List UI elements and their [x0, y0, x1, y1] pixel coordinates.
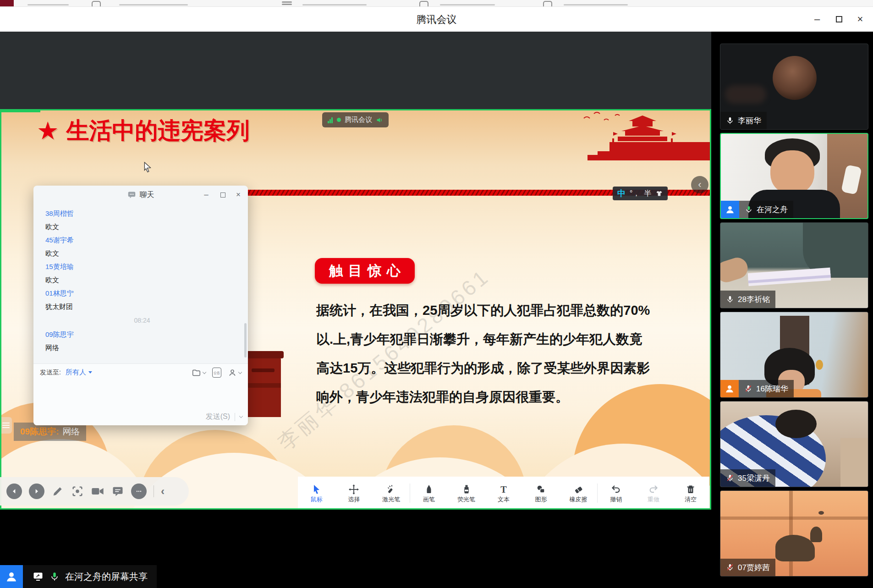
slide-badge: 触目惊心 — [315, 258, 415, 284]
video-furniture — [840, 438, 868, 487]
tab-fragment-text — [440, 4, 495, 5]
tab-fragment-icon — [543, 1, 552, 6]
mic-active-icon — [49, 571, 60, 582]
presentation-top-band — [0, 32, 715, 109]
browser-tabs-strip — [0, 0, 873, 7]
chat-message: 欧文 — [45, 247, 239, 260]
screen-share-status-bar: 在河之舟的屏幕共享 — [0, 565, 157, 588]
tab-fragment-icon — [282, 4, 292, 5]
participant-tile[interactable]: 28李祈铭 — [720, 222, 868, 308]
participant-tile[interactable]: 李丽华 — [720, 44, 868, 130]
play-button[interactable] — [29, 484, 44, 499]
tool-pen[interactable]: 画笔 — [410, 477, 447, 510]
tool-clear[interactable]: 清空 — [672, 477, 709, 510]
caption-handle-icon[interactable] — [0, 417, 12, 434]
tab-fragment-text — [564, 4, 628, 5]
chat-close-button[interactable]: × — [231, 188, 245, 201]
folder-icon — [192, 368, 201, 377]
panel-collapse-button[interactable]: ‹ — [691, 176, 708, 193]
chat-sender: 15黄培瑜 — [45, 260, 239, 273]
sharer-badge — [0, 565, 23, 588]
mic-muted-icon — [726, 473, 734, 483]
tool-eraser[interactable]: 橡皮擦 — [560, 477, 597, 510]
tool-select[interactable]: 选择 — [335, 477, 372, 510]
tool-highlighter[interactable]: 荧光笔 — [448, 477, 485, 510]
video-sticker — [816, 360, 823, 370]
chat-message-list[interactable]: 38周楷哲 欧文 45谢宇希 欧文 15黄培瑜 欧文 01林思宁 犹太财团 08… — [45, 207, 239, 354]
window-frame — [720, 517, 868, 520]
participant-name: 16陈瑞华 — [756, 384, 788, 394]
ime-status-bar[interactable]: 中 °， 半 — [613, 187, 668, 200]
paragraph-line: 据统计，在我国，25周岁以下的人犯罪占犯罪总数的70% — [316, 296, 632, 325]
divider — [235, 413, 235, 421]
capture-focus-button[interactable] — [71, 485, 84, 498]
send-options-chevron-icon[interactable] — [239, 414, 243, 418]
speaker-icon — [376, 116, 383, 124]
chat-button[interactable] — [111, 485, 124, 498]
tab-fragment-icon — [419, 1, 428, 6]
camera-button[interactable] — [91, 485, 104, 498]
tool-undo[interactable]: 撤销 — [598, 477, 635, 510]
ime-skin-shirt-icon[interactable] — [655, 190, 663, 198]
participant-tile[interactable]: 在河之舟 — [720, 133, 868, 219]
ime-punctuation-mode[interactable]: °， — [630, 189, 640, 198]
tool-text[interactable]: T 文本 — [485, 477, 522, 510]
chevron-down-icon — [203, 370, 206, 374]
screenshot-menu-button[interactable] — [192, 368, 206, 377]
close-button[interactable]: × — [850, 7, 870, 32]
annotate-pencil-button[interactable] — [51, 485, 64, 498]
chat-minimize-button[interactable]: – — [199, 188, 213, 201]
collapse-toolbar-button[interactable]: ‹ — [161, 485, 165, 498]
chat-title: 聊天 — [140, 190, 154, 200]
more-button[interactable] — [131, 484, 147, 499]
tool-redo[interactable]: 重做 — [635, 477, 672, 510]
chat-scrollbar[interactable] — [244, 323, 247, 357]
share-status-text: 在河之舟的屏幕共享 — [65, 571, 148, 583]
chat-maximize-button[interactable] — [216, 188, 230, 201]
tool-laser[interactable]: 激光笔 — [373, 477, 410, 510]
tool-shapes[interactable]: 图形 — [522, 477, 560, 510]
shapes-icon — [535, 484, 546, 495]
tiananmen-decoration — [574, 109, 711, 160]
chat-message: 欧文 — [45, 220, 239, 233]
chat-compose-area[interactable]: 发送至: 所有人 公告 — [33, 363, 248, 425]
participant-name-chip: 16陈瑞华 — [739, 380, 794, 397]
chat-sender: 09陈思宇 — [45, 328, 239, 341]
mic-on-icon — [726, 295, 734, 304]
mention-member-button[interactable] — [228, 368, 242, 377]
tool-mouse[interactable]: 鼠标 — [298, 477, 335, 510]
mic-muted-icon — [744, 384, 752, 393]
ime-width-mode[interactable]: 半 — [644, 189, 651, 198]
mic-on-icon — [726, 116, 734, 125]
chat-message: 网络 — [45, 341, 239, 354]
send-to-selector[interactable]: 所有人 — [66, 368, 92, 377]
send-button[interactable]: 发送(S) — [206, 412, 230, 422]
recording-dot-icon — [337, 118, 341, 122]
participant-tile[interactable]: 35梁潇丹 — [720, 401, 868, 487]
dropdown-triangle-icon — [88, 371, 92, 374]
mic-speaking-icon — [745, 205, 753, 214]
slide-paragraph: 据统计，在我国，25周岁以下的人犯罪占犯罪总数的70% 以.上,青少年犯罪日渐攀… — [316, 296, 632, 412]
ellipsis-icon — [135, 488, 143, 495]
mouse-cursor — [142, 161, 154, 173]
caption-text: 网络 — [62, 426, 80, 438]
chat-input[interactable] — [40, 383, 242, 406]
participant-tile[interactable]: 07贾婷茜 — [720, 490, 868, 577]
slide-title: ★ 生活中的违宪案列 — [37, 115, 249, 146]
chat-timestamp: 08:24 — [45, 313, 239, 328]
chat-caption-overlay: 09陈思宇: 网络 — [14, 423, 86, 441]
participant-badge — [720, 380, 739, 397]
star-icon: ★ — [37, 116, 59, 145]
previous-button[interactable] — [6, 484, 22, 499]
participant-name: 李丽华 — [738, 115, 761, 126]
divider — [154, 485, 154, 497]
signal-bars-icon — [328, 117, 333, 123]
announcement-button[interactable]: 公告 — [212, 368, 221, 378]
participant-tile[interactable]: 16陈瑞华 — [720, 312, 868, 398]
ime-language-mode[interactable]: 中 — [617, 188, 626, 199]
maximize-button[interactable] — [829, 7, 849, 32]
tab-fragment-icon — [0, 0, 14, 6]
paragraph-line: 以.上,青少年犯罪日渐攀升，每年新产生的少年犯人数竟 — [316, 325, 632, 354]
play-icon — [33, 488, 40, 495]
minimize-button[interactable]: – — [807, 7, 827, 32]
